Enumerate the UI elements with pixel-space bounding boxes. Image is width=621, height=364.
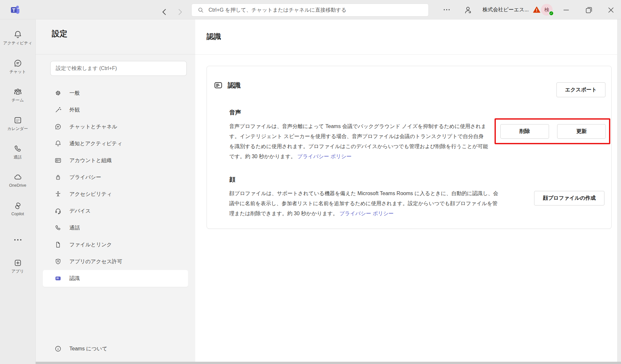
rail-item-label: 通話 — [14, 155, 22, 160]
minimize-button[interactable] — [562, 6, 571, 15]
titlebar-more-options-icon[interactable] — [442, 6, 453, 14]
sidebar-divider — [36, 54, 195, 54]
rail-item-calendar[interactable]: カレンダー — [0, 111, 36, 140]
chat-icon — [54, 123, 62, 130]
voice-section-description: 音声プロファイルは、音声分離によって Teams 会議でバックグラウンド ノイズ… — [229, 121, 489, 161]
back-button[interactable] — [160, 8, 169, 16]
global-search-placeholder: Ctrl+G を押して、チャットまたはチャネルに直接移動する — [209, 7, 347, 14]
vertical-scrollbar[interactable] — [617, 19, 621, 364]
people-icon — [13, 87, 22, 96]
rail-item-copilot[interactable]: Copilot — [0, 197, 36, 225]
settings-nav-item-general[interactable]: 一般 — [43, 85, 188, 101]
rail-item-label: Copilot — [11, 212, 24, 216]
close-button[interactable] — [606, 6, 615, 15]
delete-voice-profile-button[interactable]: 削除 — [500, 124, 549, 139]
rail-item-onedrive[interactable]: OneDrive — [0, 168, 36, 197]
gear-icon — [54, 89, 62, 97]
settings-nav-item-recognition[interactable]: 認識 — [43, 270, 188, 287]
headset-icon — [54, 207, 62, 215]
settings-nav-item-chat-channels[interactable]: チャットとチャネル — [43, 118, 188, 135]
teams-logo-icon[interactable] — [10, 4, 21, 15]
accessibility-icon — [54, 191, 62, 198]
phone-icon — [13, 144, 22, 153]
shield-icon — [54, 258, 62, 265]
settings-nav-item-calls[interactable]: 通話 — [43, 219, 188, 236]
forward-button[interactable] — [176, 8, 184, 16]
page-title: 認識 — [207, 32, 221, 41]
settings-nav-item-appearance[interactable]: 外観 — [43, 101, 188, 118]
rail-item-label: アプリ — [11, 269, 24, 274]
voice-description-text: 音声プロファイルは、音声分離によって Teams 会議でバックグラウンド ノイズ… — [229, 123, 488, 159]
rail-item-label: アクティビティ — [3, 41, 32, 46]
wand-icon — [54, 106, 62, 113]
rail-item-label: チーム — [11, 98, 24, 103]
recognition-icon — [54, 275, 62, 282]
recognition-card: 認識 エクスポート 音声 音声プロファイルは、音声分離によって Teams 会議… — [207, 66, 612, 229]
teams-settings-window: Ctrl+G を押して、チャットまたはチャネルに直接移動する 株式会社ピーエス.… — [0, 0, 621, 364]
phone-icon — [54, 224, 62, 231]
settings-nav-item-devices[interactable]: デバイス — [43, 203, 188, 219]
export-button[interactable]: エクスポート — [556, 82, 605, 97]
app-rail: アクティビティ チャット チーム カレンダー 通話 — [0, 19, 36, 364]
settings-nav-item-files-links[interactable]: ファイルとリンク — [43, 236, 188, 253]
card-title: 認識 — [228, 81, 241, 90]
apps-plus-icon — [13, 258, 22, 267]
about-teams-item[interactable]: Teams について — [43, 340, 188, 357]
rail-item-label: カレンダー — [7, 126, 28, 132]
organization-name[interactable]: 株式会社ピーエス... — [483, 6, 531, 13]
horizontal-scrollbar[interactable] — [36, 362, 621, 364]
avatar-initial: 検 — [544, 7, 549, 13]
rail-item-calls[interactable]: 通話 — [0, 140, 36, 168]
face-section-description: 顔プロファイルは、サポートされている機器を備えた Microsoft Teams… — [229, 188, 501, 218]
lock-icon — [54, 174, 62, 181]
settings-nav-item-privacy[interactable]: プライバシー — [43, 169, 188, 186]
chat-icon — [13, 59, 22, 68]
warning-icon — [533, 6, 541, 14]
settings-title: 設定 — [52, 29, 67, 39]
settings-search-input[interactable] — [50, 61, 187, 76]
title-bar: Ctrl+G を押して、チャットまたはチャネルに直接移動する 株式会社ピーエス.… — [0, 0, 621, 19]
face-privacy-policy-link[interactable]: プライバシー ポリシー — [340, 211, 394, 216]
search-icon — [197, 7, 204, 13]
bell-icon — [13, 30, 22, 39]
rail-item-teams[interactable]: チーム — [0, 83, 36, 111]
global-search-box[interactable]: Ctrl+G を押して、チャットまたはチャネルに直接移動する — [191, 4, 429, 17]
update-voice-profile-button[interactable]: 更新 — [557, 124, 606, 139]
bell-icon — [54, 140, 62, 147]
rail-item-label: チャット — [9, 69, 26, 75]
presence-available-badge: ✓ — [549, 11, 554, 16]
restore-button[interactable] — [584, 6, 593, 15]
calendar-icon — [13, 116, 22, 125]
more-dots-icon — [13, 237, 22, 241]
settings-nav-item-app-permissions[interactable]: アプリのアクセス許可 — [43, 253, 188, 270]
settings-content: 認識 認識 エクスポート 音声 音声プロファイルは、音声分離によって Teams… — [195, 19, 621, 364]
content-divider — [195, 54, 621, 55]
contact-card-icon — [54, 157, 62, 164]
rail-item-more-apps[interactable] — [0, 225, 36, 254]
about-teams-section: Teams について — [43, 340, 188, 357]
info-icon — [54, 345, 62, 352]
rail-item-activity[interactable]: アクティビティ — [0, 26, 36, 54]
recognition-outline-icon — [213, 80, 223, 90]
rail-item-label: OneDrive — [9, 183, 26, 188]
rail-item-chat[interactable]: チャット — [0, 54, 36, 83]
presence-person-icon[interactable] — [463, 6, 472, 15]
face-section-heading: 顔 — [229, 176, 235, 183]
settings-nav-item-accessibility[interactable]: アクセシビリティ — [43, 186, 188, 203]
create-face-profile-button[interactable]: 顔プロファイルの作成 — [534, 191, 604, 205]
voice-privacy-policy-link[interactable]: プライバシー ポリシー — [297, 154, 352, 159]
settings-nav-list: 一般 外観 チャットとチャネル 通知とアクティビティ — [43, 85, 188, 287]
copilot-icon — [13, 201, 22, 210]
document-icon — [54, 241, 62, 248]
voice-section-heading: 音声 — [229, 109, 241, 116]
settings-nav-item-notifications[interactable]: 通知とアクティビティ — [43, 135, 188, 152]
cloud-icon — [13, 173, 22, 182]
settings-sidebar: 設定 一般 外観 チャットとチャネル — [36, 19, 195, 364]
settings-nav-item-accounts[interactable]: アカウントと組織 — [43, 152, 188, 169]
rail-item-apps[interactable]: アプリ — [0, 254, 36, 282]
